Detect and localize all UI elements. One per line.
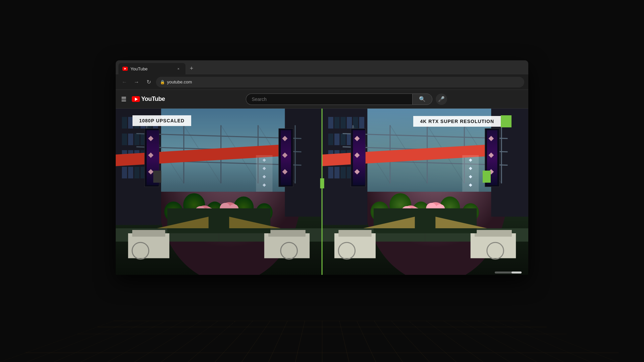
- tab-bar: YouTube × +: [116, 60, 528, 74]
- divider-marker: [320, 178, 324, 188]
- right-side-handle: [483, 171, 491, 183]
- scrollbar-thumb[interactable]: [512, 272, 522, 274]
- back-button[interactable]: ←: [120, 77, 129, 87]
- url-text: youtube.com: [167, 79, 192, 84]
- left-label-text: 1080P UPSCALED: [139, 118, 184, 123]
- tab-title: YouTube: [130, 66, 173, 71]
- left-panel: [116, 109, 322, 275]
- youtube-logo-text: YouTube: [141, 96, 165, 103]
- right-panel: [322, 109, 528, 275]
- youtube-header: ☰ YouTube 🔍 🎤: [116, 90, 528, 109]
- youtube-play-triangle: [135, 98, 138, 101]
- search-bar: 🔍 🎤: [246, 94, 447, 105]
- video-content-area[interactable]: 1080P UPSCALED 4K RTX SUPER RESOLUTION: [116, 109, 528, 275]
- refresh-button[interactable]: ↻: [144, 77, 153, 87]
- url-bar[interactable]: 🔒 youtube.com: [156, 77, 524, 87]
- left-canvas: [116, 109, 322, 275]
- left-label: 1080P UPSCALED: [132, 115, 191, 126]
- hamburger-menu-icon[interactable]: ☰: [121, 96, 126, 103]
- active-tab[interactable]: YouTube ×: [118, 63, 185, 74]
- youtube-logo-icon: [132, 96, 140, 102]
- background-grid: [0, 321, 644, 362]
- tab-favicon-icon: [122, 66, 128, 71]
- youtube-logo[interactable]: YouTube: [132, 96, 165, 103]
- search-icon: 🔍: [419, 96, 426, 102]
- right-label-text: 4K RTX SUPER RESOLUTION: [413, 116, 501, 127]
- nvidia-green-badge: [501, 115, 512, 127]
- video-scrollbar[interactable]: [495, 272, 522, 274]
- left-side-handle: [153, 171, 161, 183]
- microphone-button[interactable]: 🎤: [436, 94, 447, 105]
- new-tab-button[interactable]: +: [187, 64, 196, 73]
- comparison-divider: [322, 109, 323, 275]
- video-comparison: 1080P UPSCALED 4K RTX SUPER RESOLUTION: [116, 109, 528, 275]
- search-button[interactable]: 🔍: [412, 94, 432, 105]
- right-canvas: [322, 109, 528, 275]
- address-bar: ← → ↻ 🔒 youtube.com: [116, 74, 528, 90]
- right-label: 4K RTX SUPER RESOLUTION: [413, 115, 512, 127]
- mic-icon: 🎤: [438, 96, 445, 102]
- browser-window: YouTube × + ← → ↻ 🔒 youtube.com ☰ YouTub…: [116, 60, 528, 275]
- search-input[interactable]: [246, 94, 412, 105]
- lock-icon: 🔒: [160, 80, 165, 84]
- forward-button[interactable]: →: [132, 77, 141, 87]
- close-tab-button[interactable]: ×: [175, 66, 181, 72]
